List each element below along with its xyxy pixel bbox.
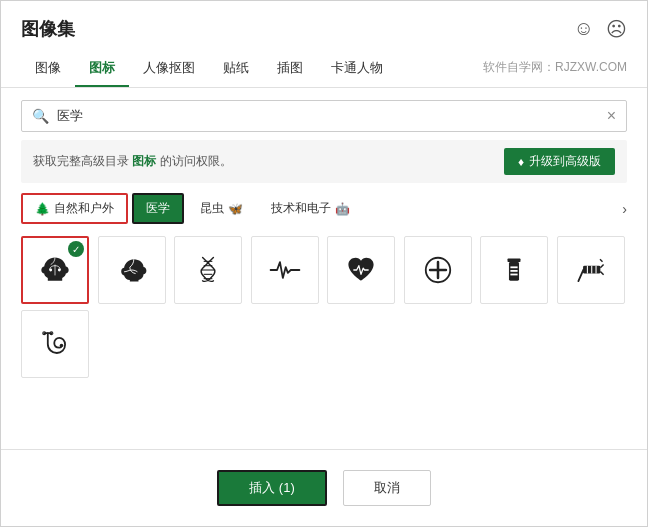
syringe-icon — [573, 252, 609, 288]
robot-icon: 🤖 — [335, 202, 350, 216]
upgrade-icon: ♦ — [518, 155, 524, 169]
category-medical[interactable]: 医学 — [132, 193, 184, 224]
search-input[interactable] — [57, 109, 607, 124]
nature-icon: 🌲 — [35, 202, 50, 216]
heart-pulse-icon — [343, 252, 379, 288]
dialog-footer: 插入 (1) 取消 — [1, 449, 647, 526]
dialog-header: 图像集 ☺ ☹ — [1, 1, 647, 51]
upgrade-highlight: 图标 — [132, 154, 156, 168]
tab-cartoon[interactable]: 卡通人物 — [317, 51, 397, 87]
insects-label: 昆虫 — [200, 200, 224, 217]
tab-portrait[interactable]: 人像抠图 — [129, 51, 209, 87]
search-icon: 🔍 — [32, 108, 49, 124]
website-label: 软件自学网：RJZXW.COM — [469, 51, 627, 87]
tabs-bar: 图像 图标 人像抠图 贴纸 插图 卡通人物 软件自学网：RJZXW.COM — [1, 51, 647, 88]
image-collection-dialog: 图像集 ☺ ☹ 图像 图标 人像抠图 贴纸 插图 卡通人物 软件自学网：RJZX… — [0, 0, 648, 527]
tab-stickers[interactable]: 贴纸 — [209, 51, 263, 87]
icon-cell-pill-bottle[interactable] — [480, 236, 548, 304]
search-clear-button[interactable]: × — [607, 107, 616, 125]
cancel-button[interactable]: 取消 — [343, 470, 431, 506]
stethoscope-icon — [37, 326, 73, 362]
svg-rect-14 — [510, 274, 517, 276]
header-icons: ☺ ☹ — [574, 17, 627, 41]
upgrade-button[interactable]: ♦ 升级到高级版 — [504, 148, 615, 175]
svg-line-18 — [600, 271, 603, 274]
svg-point-23 — [60, 344, 64, 348]
category-next-arrow[interactable]: › — [622, 201, 627, 217]
brain-side-icon — [114, 252, 150, 288]
svg-rect-12 — [510, 266, 517, 268]
dna-icon — [190, 252, 226, 288]
icon-cell-ecg[interactable] — [251, 236, 319, 304]
medical-cross-icon — [420, 252, 456, 288]
dialog-title: 图像集 — [21, 17, 75, 41]
nature-label: 自然和户外 — [54, 200, 114, 217]
brain-selected-icon — [37, 252, 73, 288]
svg-line-17 — [600, 265, 603, 268]
icon-cell-dna[interactable] — [174, 236, 242, 304]
insert-button[interactable]: 插入 (1) — [217, 470, 327, 506]
svg-line-19 — [578, 270, 583, 282]
icon-cell-stethoscope[interactable] — [21, 310, 89, 378]
upgrade-bar: 获取完整高级目录 图标 的访问权限。 ♦ 升级到高级版 — [21, 140, 627, 183]
icon-cell-heart-pulse[interactable] — [327, 236, 395, 304]
smile-icon[interactable]: ☺ — [574, 17, 594, 41]
svg-rect-13 — [510, 270, 517, 272]
upgrade-text: 获取完整高级目录 图标 的访问权限。 — [33, 153, 232, 170]
butterfly-icon: 🦋 — [228, 202, 243, 216]
category-tech[interactable]: 技术和电子 🤖 — [259, 195, 362, 222]
icon-cell-brain-side[interactable] — [98, 236, 166, 304]
tab-illustration[interactable]: 插图 — [263, 51, 317, 87]
icon-cell-brain-selected[interactable]: ✓ — [21, 236, 89, 304]
svg-line-15 — [600, 259, 603, 262]
search-bar: 🔍 × — [21, 100, 627, 132]
category-bar: 🌲 自然和户外 医学 昆虫 🦋 技术和电子 🤖 › — [21, 193, 627, 224]
tab-icons[interactable]: 图标 — [75, 51, 129, 87]
tab-images[interactable]: 图像 — [21, 51, 75, 87]
pill-bottle-icon — [496, 252, 532, 288]
icons-grid: ✓ — [21, 236, 627, 378]
frown-icon[interactable]: ☹ — [606, 17, 627, 41]
selected-checkmark: ✓ — [68, 241, 84, 257]
category-nature[interactable]: 🌲 自然和户外 — [21, 193, 128, 224]
medical-label: 医学 — [146, 200, 170, 217]
upgrade-label: 升级到高级版 — [529, 153, 601, 170]
tech-label: 技术和电子 — [271, 200, 331, 217]
icon-cell-syringe[interactable] — [557, 236, 625, 304]
ecg-icon — [267, 252, 303, 288]
icon-cell-medical-cross[interactable] — [404, 236, 472, 304]
svg-rect-10 — [508, 258, 521, 262]
category-insects[interactable]: 昆虫 🦋 — [188, 195, 255, 222]
